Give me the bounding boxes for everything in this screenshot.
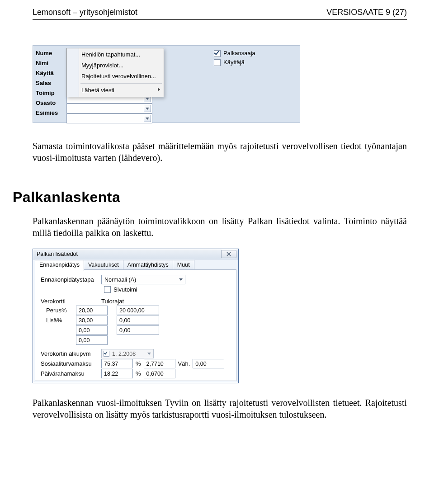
context-menu: Henkilön tapahtumat... Myyjäprovisiot...… bbox=[66, 48, 164, 97]
header-left: Lemonsoft – yritysohjelmistot bbox=[33, 7, 137, 18]
label-kayttaja: Käyttä bbox=[36, 68, 66, 78]
dropdown-ennakonpidatystapa[interactable]: Normaali (A) bbox=[101, 275, 185, 284]
menu-item-laheta-viesti[interactable]: Lähetä viesti bbox=[67, 85, 164, 96]
paragraph-1: Samasta toimintovalikosta pääset määritt… bbox=[33, 140, 407, 164]
checkbox-kayttaja-label: Käyttäjä bbox=[223, 59, 245, 66]
label-toimipiste: Toimip bbox=[36, 88, 66, 98]
heading-palkanlaskenta: Palkanlaskenta bbox=[13, 188, 407, 207]
input-lisa-pct[interactable]: 30,00 bbox=[76, 316, 108, 325]
input-paiva-pct[interactable]: 18,22 bbox=[101, 369, 133, 378]
header-right: VERSIOSAATE 9 (27) bbox=[326, 7, 407, 18]
label-paivarahamaksu: Päivärahamaksu bbox=[41, 370, 99, 378]
paragraph-2: Palkanlaskennan päänäytön toimintovalikk… bbox=[33, 215, 407, 239]
chevron-right-icon bbox=[158, 88, 160, 91]
label-salasana: Salas bbox=[36, 78, 66, 88]
paragraph-3: Palkanlaskennan vuosi-ilmoituksen Tyviin… bbox=[33, 397, 407, 420]
checkbox-palkansaaja[interactable] bbox=[214, 50, 221, 57]
osasto-dropdown[interactable] bbox=[66, 104, 152, 113]
screenshot-palkan-lisatiedot: Palkan lisätiedot Ennakonpidätys Vakuutu… bbox=[33, 249, 239, 383]
screenshot-context-menu: Nume Nimi Käyttä Salas Toimip Osasto Esi… bbox=[33, 45, 300, 123]
tab-ammattiyhdistys[interactable]: Ammattiyhdistys bbox=[123, 260, 173, 270]
label-esimies: Esimies bbox=[36, 108, 66, 118]
input-sotu-pct[interactable]: 75,37 bbox=[101, 359, 133, 368]
pct-sign-1: % bbox=[136, 360, 141, 368]
menu-item-laheta-viesti-label: Lähetä viesti bbox=[81, 87, 114, 94]
input-row3-pct[interactable]: 0,00 bbox=[76, 325, 108, 335]
window-titlebar: Palkan lisätiedot bbox=[33, 249, 238, 259]
checkbox-kayttaja-wrap[interactable]: Käyttäjä bbox=[214, 58, 245, 66]
checkbox-kayttaja[interactable] bbox=[214, 59, 221, 66]
label-verokortti: Verokortti bbox=[41, 298, 99, 306]
input-sotu-val[interactable]: 2,7710 bbox=[144, 359, 175, 368]
menu-separator bbox=[80, 83, 162, 84]
tab-strip: Ennakonpidätys Vakuutukset Ammattiyhdist… bbox=[35, 260, 194, 270]
input-perus-pct[interactable]: 20,00 bbox=[76, 306, 108, 315]
label-lisa: Lisä% bbox=[41, 317, 73, 325]
menu-item-myyjaprovisiot[interactable]: Myyjäprovisiot... bbox=[67, 60, 164, 71]
label-verokortin-alkupvm: Verokortin alkupvm bbox=[41, 350, 99, 358]
input-verokortin-alkupvm[interactable]: 1. 2.2008 bbox=[101, 349, 154, 358]
input-lisa-raja[interactable]: 0,00 bbox=[117, 316, 159, 325]
label-numero: Nume bbox=[36, 48, 66, 58]
tab-muut[interactable]: Muut bbox=[173, 260, 194, 270]
label-nimi: Nimi bbox=[36, 58, 66, 68]
input-perus-raja[interactable]: 20 000,00 bbox=[117, 306, 159, 315]
input-row4-pct[interactable]: 0,00 bbox=[76, 335, 108, 345]
close-icon bbox=[226, 252, 231, 256]
label-ennakonpidatystapa: Ennakonpidätystapa bbox=[41, 276, 99, 284]
checkbox-sivutoimi[interactable] bbox=[104, 286, 111, 293]
input-row3-raja[interactable]: 0,00 bbox=[117, 325, 159, 335]
input-paiva-val[interactable]: 0,6700 bbox=[144, 369, 175, 378]
label-osasto: Osasto bbox=[36, 98, 66, 108]
tab-panel: Ennakonpidätystapa Normaali (A) Sivutoim… bbox=[35, 269, 236, 381]
label-sivutoimi: Sivutoimi bbox=[113, 286, 137, 294]
pct-sign-2: % bbox=[136, 370, 141, 378]
input-sotu-vah[interactable]: 0,00 bbox=[193, 359, 224, 368]
esimies-dropdown[interactable] bbox=[66, 113, 152, 123]
date-checkbox[interactable] bbox=[104, 351, 109, 357]
label-vah: Väh. bbox=[178, 360, 190, 368]
tab-ennakonpidatys[interactable]: Ennakonpidätys bbox=[35, 260, 84, 271]
label-tulorajat: Tulorajat bbox=[101, 298, 124, 306]
date-value: 1. 2.2008 bbox=[112, 350, 136, 358]
menu-item-henkilon-tapahtumat[interactable]: Henkilön tapahtumat... bbox=[67, 49, 164, 60]
window-title: Palkan lisätiedot bbox=[37, 251, 78, 257]
label-perus: Perus% bbox=[41, 307, 73, 315]
menu-item-rajoitetusti-verovelvollinen[interactable]: Rajoitetusti verovelvollinen... bbox=[67, 71, 164, 82]
header-rule bbox=[33, 19, 407, 20]
window-close-button[interactable] bbox=[221, 250, 236, 258]
label-sosiaaliturvamaksu: Sosiaaliturvamaksu bbox=[41, 360, 99, 368]
tab-vakuutukset[interactable]: Vakuutukset bbox=[84, 260, 123, 270]
form-labels-column: Nume Nimi Käyttä Salas Toimip Osasto Esi… bbox=[36, 48, 66, 118]
checkbox-palkansaaja-wrap[interactable]: Palkansaaja bbox=[214, 49, 255, 57]
checkbox-palkansaaja-label: Palkansaaja bbox=[223, 50, 255, 57]
